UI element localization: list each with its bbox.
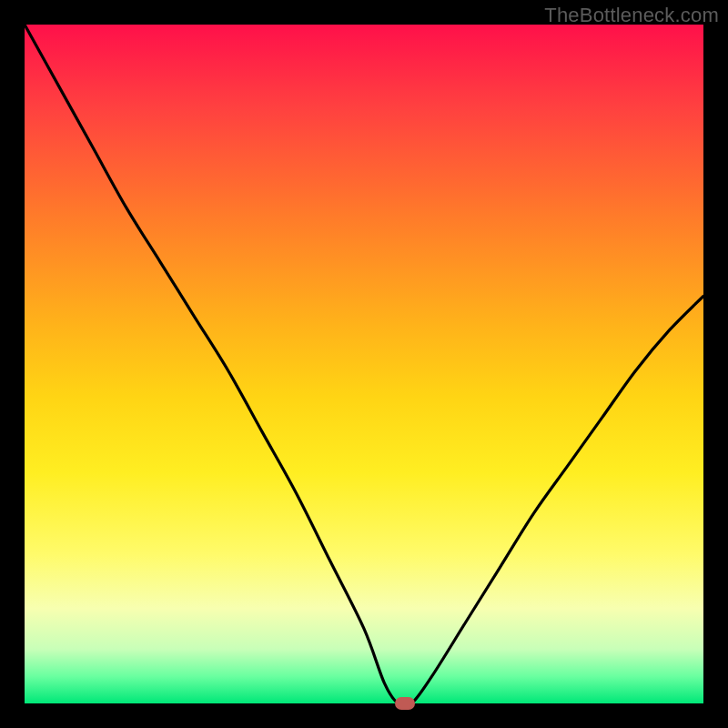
optimum-marker [395, 697, 415, 710]
bottleneck-curve [25, 25, 703, 703]
watermark-text: TheBottleneck.com [544, 4, 719, 27]
plot-area [25, 25, 703, 703]
chart-frame: TheBottleneck.com [0, 0, 728, 728]
